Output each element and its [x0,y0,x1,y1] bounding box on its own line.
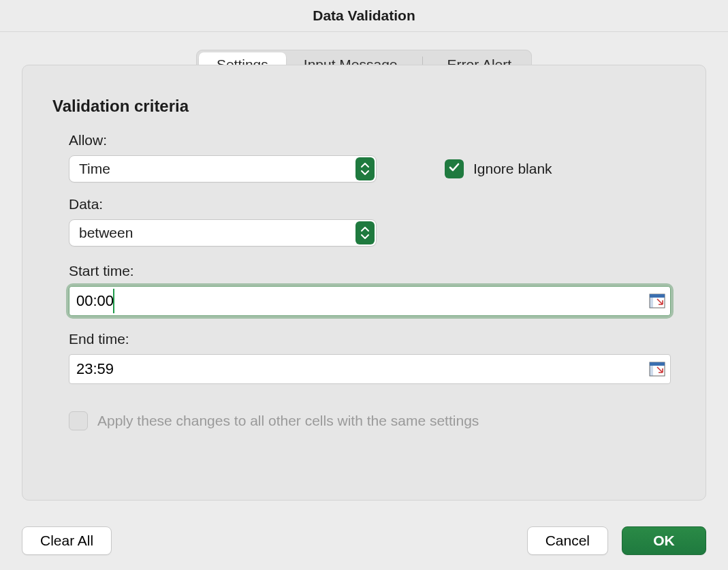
data-select-value: between [79,225,366,241]
apply-changes-checkbox [69,411,88,430]
data-validation-dialog: Data Validation Settings Input Message E… [0,0,728,570]
checkmark-icon [448,161,460,177]
cell-reference-icon[interactable] [649,294,665,308]
dialog-footer: Clear All Cancel OK [0,514,728,570]
allow-select-value: Time [79,161,366,177]
ignore-blank-row: Ignore blank [445,159,552,178]
cancel-button[interactable]: Cancel [527,526,608,555]
end-time-input[interactable] [69,354,671,384]
apply-changes-row: Apply these changes to all other cells w… [69,411,676,430]
svg-rect-2 [650,294,653,308]
clear-all-button[interactable]: Clear All [22,526,112,555]
apply-changes-label: Apply these changes to all other cells w… [97,413,479,429]
start-time-input[interactable] [69,286,671,316]
allow-select[interactable]: Time [69,155,377,183]
section-heading-validation-criteria: Validation criteria [52,97,676,116]
data-row: between [69,219,676,247]
svg-rect-5 [650,362,653,376]
cell-reference-icon[interactable] [649,362,665,377]
titlebar: Data Validation [0,0,728,32]
allow-row: Time Ignore blank [69,155,676,183]
start-time-label: Start time: [69,263,676,279]
dialog-title: Data Validation [313,7,415,24]
data-select[interactable]: between [69,219,377,247]
content-area: Settings Input Message Error Alert Valid… [0,32,728,514]
ignore-blank-label: Ignore blank [473,161,552,177]
ignore-blank-checkbox[interactable] [445,159,464,178]
start-time-input-wrap [69,286,671,316]
end-time-input-wrap [69,354,671,384]
chevron-up-down-icon [355,157,375,180]
end-time-label: End time: [69,331,676,347]
ok-button[interactable]: OK [622,526,706,555]
settings-panel: Validation criteria Allow: Time [22,65,706,501]
chevron-up-down-icon [355,221,375,244]
allow-label: Allow: [69,132,676,148]
data-label: Data: [69,196,676,212]
